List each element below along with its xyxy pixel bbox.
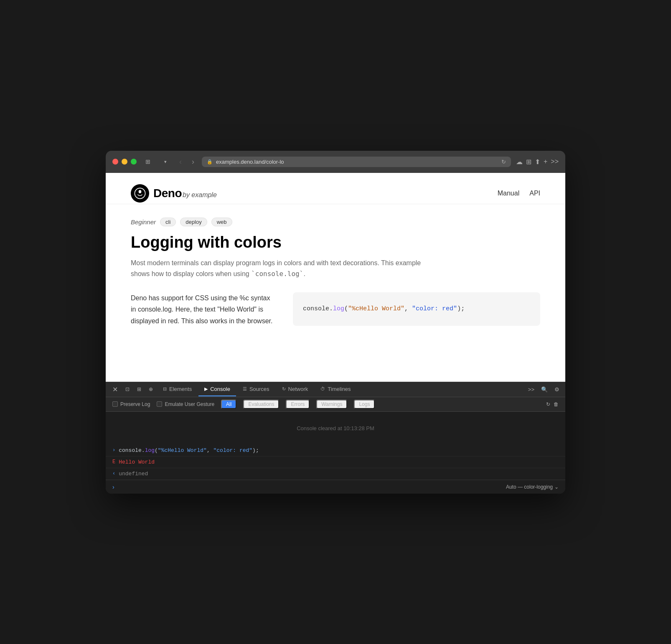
logo-area: Denoby example — [131, 184, 217, 203]
tab-elements-label: Elements — [169, 386, 192, 392]
filter-warnings-button[interactable]: Warnings — [316, 400, 347, 409]
page-description: Most modern terminals can display progra… — [131, 258, 423, 279]
command-text: console.log("%cHello World", "color: red… — [119, 447, 259, 454]
forward-button[interactable]: › — [189, 157, 197, 167]
share-icon[interactable]: ⬆ — [535, 158, 540, 166]
console-output-entry: E Hello World — [106, 456, 565, 468]
svg-point-1 — [139, 190, 142, 193]
hello-world-output: Hello World — [119, 459, 155, 465]
devtools-layout-icon[interactable]: ⊡ — [122, 383, 133, 396]
return-chevron-icon: ‹ — [112, 471, 115, 477]
browser-window: ⊞ ▾ ‹ › 🔒 examples.deno.land/color-lo ↻ … — [106, 151, 565, 494]
elements-icon: ⊟ — [163, 386, 167, 392]
code-block: console.log("%cHello World", "color: red… — [293, 292, 540, 326]
maximize-button[interactable] — [131, 159, 137, 165]
tab-timelines[interactable]: ⏱ Timelines — [315, 383, 356, 396]
address-bar[interactable]: 🔒 examples.deno.land/color-lo ↻ — [202, 157, 511, 167]
context-chevron-icon: ⌄ — [554, 484, 559, 490]
devtools-tools: >> 🔍 ⚙ — [526, 385, 562, 394]
close-button[interactable] — [112, 159, 118, 165]
tag-web: web — [211, 218, 232, 226]
cmd-method: log — [145, 447, 155, 454]
tab-elements[interactable]: ⊟ Elements — [157, 383, 198, 396]
console-actions: ↻ 🗑 — [546, 401, 559, 407]
devtools-panel: ✕ ⊡ ⊞ ⊕ ⊟ Elements ▶ Console ☰ Sources ↻… — [106, 382, 565, 494]
filter-errors-button[interactable]: Errors — [286, 400, 310, 409]
more-button[interactable]: >> — [551, 158, 559, 165]
traffic-lights — [112, 159, 137, 165]
tab-console-label: Console — [210, 386, 230, 392]
filter-evaluations-button[interactable]: Evaluations — [243, 400, 279, 409]
preserve-log-filter[interactable]: Preserve Log — [112, 401, 150, 407]
devtools-crosshair-icon[interactable]: ⊕ — [145, 383, 156, 396]
preserve-log-checkbox[interactable] — [112, 401, 118, 407]
logo-text: Denoby example — [153, 187, 217, 200]
tags-row: Beginner cli deploy web — [131, 218, 540, 226]
page-content: Beginner cli deploy web Logging with col… — [106, 204, 565, 340]
emulate-gesture-filter[interactable]: Emulate User Gesture — [157, 401, 214, 407]
cmd-arg2: "color: red" — [213, 447, 252, 454]
settings-icon[interactable]: ⚙ — [552, 385, 562, 394]
reload-button[interactable]: ↻ — [501, 159, 506, 165]
deno-logo — [131, 184, 149, 203]
lock-icon: 🔒 — [207, 159, 213, 165]
devtools-toolbar: ✕ ⊡ ⊞ ⊕ ⊟ Elements ▶ Console ☰ Sources ↻… — [106, 382, 565, 397]
sidebar-toggle-icon[interactable]: ⊞ — [142, 157, 154, 167]
timelines-icon: ⏱ — [320, 386, 325, 391]
console-input[interactable] — [118, 484, 503, 490]
return-value: undefined — [119, 471, 148, 477]
webpage: Denoby example Manual API Beginner cli d… — [106, 173, 565, 382]
filter-logs-button[interactable]: Logs — [354, 400, 375, 409]
tab-timelines-label: Timelines — [328, 386, 351, 392]
cmd-paren: ( — [155, 447, 158, 454]
console-prompt-icon: › — [112, 484, 114, 490]
context-label: Auto — color-logging — [506, 484, 553, 490]
code-string-1: "%cHello World" — [348, 305, 404, 312]
header-nav: Manual API — [498, 183, 540, 204]
cmd-console: console. — [119, 447, 145, 454]
context-selector[interactable]: Auto — color-logging ⌄ — [506, 484, 559, 490]
manual-link[interactable]: Manual — [498, 183, 519, 204]
cloud-icon[interactable]: ☁ — [516, 158, 523, 166]
cmd-comma2: , — [207, 447, 214, 454]
code-comma: , — [404, 305, 412, 312]
code-explanation: Deno has support for CSS using the %c sy… — [131, 292, 273, 327]
window-menu-icon[interactable]: ▾ — [159, 157, 172, 167]
code-keyword: console. — [303, 305, 333, 312]
new-tab-button[interactable]: + — [544, 158, 547, 165]
category-label: Beginner — [131, 218, 156, 226]
console-icon: ▶ — [204, 386, 208, 392]
tab-network[interactable]: ↻ Network — [276, 383, 314, 396]
back-button[interactable]: ‹ — [177, 157, 184, 167]
search-icon[interactable]: 🔍 — [539, 385, 550, 394]
output-type-icon: E — [112, 459, 115, 465]
filter-all-button[interactable]: All — [221, 400, 236, 409]
tag-deploy: deploy — [180, 218, 207, 226]
devtools-close-button[interactable]: ✕ — [109, 382, 121, 397]
code-paren-open: ( — [344, 305, 348, 312]
grid-icon[interactable]: ⊞ — [526, 158, 531, 166]
console-body: Console cleared at 10:13:28 PM › console… — [106, 412, 565, 480]
tab-sources[interactable]: ☰ Sources — [237, 383, 275, 396]
emulate-gesture-checkbox[interactable] — [157, 401, 162, 407]
page-title: Logging with colors — [131, 233, 540, 252]
preserve-log-label: Preserve Log — [120, 401, 150, 407]
tab-console[interactable]: ▶ Console — [198, 383, 236, 396]
console-command-entry: › console.log("%cHello World", "color: r… — [106, 445, 565, 456]
emulate-gesture-label: Emulate User Gesture — [165, 401, 214, 407]
minimize-button[interactable] — [122, 159, 127, 165]
console-cleared-message: Console cleared at 10:13:28 PM — [106, 412, 565, 445]
more-tabs-button[interactable]: >> — [526, 385, 537, 394]
reload-console-icon[interactable]: ↻ — [546, 401, 550, 407]
svg-point-0 — [135, 188, 145, 198]
code-string-2: "color: red" — [412, 305, 457, 312]
devtools-inspect-icon[interactable]: ⊞ — [134, 383, 145, 396]
toolbar-right: ☁ ⊞ ⬆ + >> — [516, 158, 559, 166]
page-header: Denoby example Manual API — [106, 173, 565, 204]
clear-console-icon[interactable]: 🗑 — [554, 401, 559, 407]
tab-network-label: Network — [288, 386, 308, 392]
tag-cli: cli — [160, 218, 176, 226]
api-link[interactable]: API — [529, 183, 540, 204]
console-input-row: › Auto — color-logging ⌄ — [106, 480, 565, 494]
console-return-entry: ‹ undefined — [106, 468, 565, 480]
